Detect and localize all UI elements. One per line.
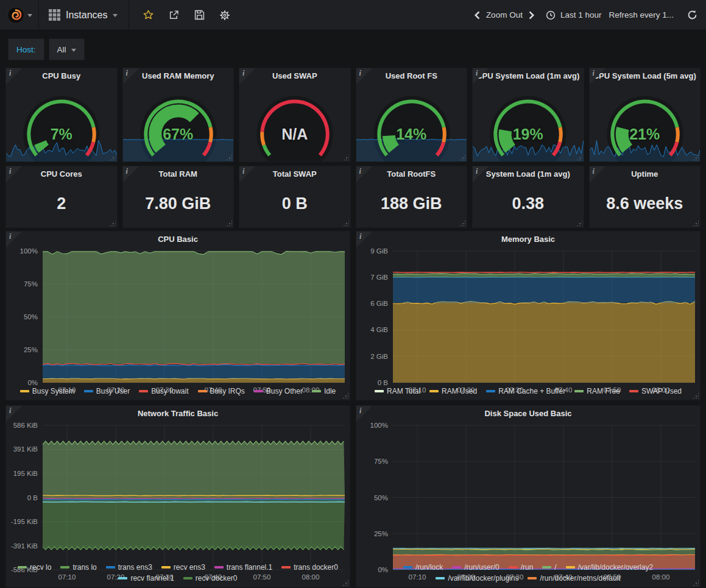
panel-title[interactable]: CPU Basic xyxy=(6,232,350,247)
panel-info-corner[interactable] xyxy=(356,68,372,84)
legend-item[interactable]: /var/lib/docker/plugins xyxy=(436,573,518,584)
legend-item[interactable]: /run/docker/netns/default xyxy=(528,573,620,584)
time-shift-back-button[interactable] xyxy=(473,10,481,20)
disk-space-chart[interactable]: 07:1007:2007:3007:4007:5008:00100%75%50%… xyxy=(356,421,700,561)
panel-title[interactable]: Network Traffic Basic xyxy=(6,406,350,421)
panel-title[interactable]: Used SWAP xyxy=(239,68,350,83)
panel-info-corner[interactable] xyxy=(6,406,22,422)
legend-item[interactable]: trans lo xyxy=(60,562,96,573)
panel-title[interactable]: CPU System Load (1m avg) xyxy=(473,68,584,83)
legend-item[interactable]: SWAP Used xyxy=(629,386,682,397)
panel-network-traffic: i Network Traffic Basic 07:1007:2007:300… xyxy=(6,406,350,587)
stat-value: 7.80 GiB xyxy=(123,194,234,213)
time-shift-forward-button[interactable] xyxy=(528,10,536,20)
memory-basic-chart[interactable]: 07:1007:2007:3007:4007:5008:009 GiB7 GiB… xyxy=(356,247,700,385)
legend-item[interactable]: RAM Total xyxy=(375,386,420,397)
legend-item[interactable]: /run/user/0 xyxy=(452,562,499,573)
legend-item[interactable]: Busy IRQs xyxy=(198,386,245,397)
gauge-row: i CPU Busy 7% i Used RAM Memory 67% i Us… xyxy=(6,68,700,161)
legend-item[interactable]: /var/lib/docker/overlay2 xyxy=(566,562,653,573)
panel-title[interactable]: Total SWAP xyxy=(239,166,350,182)
panel-title[interactable]: CPU Cores xyxy=(6,166,117,182)
legend-item[interactable]: Busy Iowait xyxy=(139,386,188,397)
legend-item[interactable]: trans docker0 xyxy=(281,562,338,573)
panel-resize-handle[interactable] xyxy=(343,220,349,226)
panel-info-corner[interactable] xyxy=(590,68,605,84)
legend-item[interactable]: recv flannel.1 xyxy=(118,573,174,584)
gauge-canvas xyxy=(239,83,350,161)
panel-used-rootfs: i Used Root FS 14% xyxy=(356,68,467,161)
stat-value: 0.38 xyxy=(473,194,584,213)
panel-info-corner[interactable] xyxy=(590,166,605,182)
legend-swatch-icon xyxy=(312,390,321,392)
panel-title[interactable]: Disk Space Used Basic xyxy=(356,406,700,421)
panel-title[interactable]: Total RAM xyxy=(123,166,234,182)
refresh-interval-picker[interactable]: Refresh every 1... xyxy=(609,10,674,19)
panel-title[interactable]: Used Root FS xyxy=(356,68,467,83)
legend-item[interactable]: Busy Other xyxy=(254,386,303,397)
panel-info-corner[interactable] xyxy=(473,68,489,84)
panel-info-corner[interactable] xyxy=(6,68,22,84)
panel-info-corner[interactable] xyxy=(473,166,489,182)
legend-item[interactable]: recv docker0 xyxy=(183,573,238,584)
refresh-button[interactable] xyxy=(687,10,697,20)
legend-item[interactable]: trans flannel.1 xyxy=(214,562,272,573)
panel-info-corner[interactable] xyxy=(356,232,372,247)
panel-info-corner[interactable] xyxy=(123,68,139,84)
share-button[interactable] xyxy=(164,6,183,24)
legend-item[interactable]: recv lo xyxy=(18,562,51,573)
panel-title[interactable]: System Load (1m avg) xyxy=(473,166,584,182)
svg-text:6 GiB: 6 GiB xyxy=(370,300,388,307)
legend-item[interactable]: Busy User xyxy=(84,386,130,397)
panel-title[interactable]: Used RAM Memory xyxy=(123,68,234,83)
panel-title[interactable]: CPU Busy xyxy=(6,68,117,83)
legend-label: Busy System xyxy=(32,386,75,397)
legend-item[interactable]: RAM Used xyxy=(429,386,477,397)
host-variable-select[interactable]: All xyxy=(49,38,85,60)
legend-item[interactable]: Busy System xyxy=(20,386,75,397)
panel-info-corner[interactable] xyxy=(356,166,372,182)
network-traffic-chart[interactable]: 07:1007:2007:3007:4007:5008:00586 KiB391… xyxy=(6,421,350,561)
chart-legend: /run/lock/run/user/0/run//var/lib/docker… xyxy=(356,561,700,587)
legend-swatch-icon xyxy=(20,390,29,392)
legend-swatch-icon xyxy=(84,390,93,392)
dashboard-picker[interactable]: Instances xyxy=(39,0,129,30)
panel-info-corner[interactable] xyxy=(6,232,22,247)
panel-resize-handle[interactable] xyxy=(576,220,582,226)
panel-info-corner[interactable] xyxy=(123,166,139,182)
legend-label: /run/user/0 xyxy=(464,562,499,573)
panel-info-corner[interactable] xyxy=(6,166,22,182)
panel-resize-handle[interactable] xyxy=(110,220,116,226)
panel-resize-handle[interactable] xyxy=(693,220,699,226)
cpu-basic-chart[interactable]: 07:1007:2007:3007:4007:5008:00100%75%50%… xyxy=(6,247,350,385)
legend-item[interactable]: RAM Free xyxy=(574,386,620,397)
panel-resize-handle[interactable] xyxy=(226,220,232,226)
gauge-canvas xyxy=(473,83,584,161)
time-range-picker[interactable]: Last 1 hour xyxy=(560,10,602,19)
legend-item[interactable]: /run xyxy=(509,562,534,573)
legend-item[interactable]: trans ens3 xyxy=(106,562,152,573)
star-button[interactable] xyxy=(139,6,157,24)
panel-title[interactable]: Uptime xyxy=(590,166,701,182)
legend-label: / xyxy=(554,562,556,573)
legend-item[interactable]: /run/lock xyxy=(403,562,443,573)
legend-item[interactable]: RAM Cache + Buffer xyxy=(486,386,565,397)
svg-text:4 GiB: 4 GiB xyxy=(370,326,388,333)
settings-button[interactable] xyxy=(216,6,234,24)
zoom-out-button[interactable]: Zoom Out xyxy=(486,10,523,19)
panel-title[interactable]: Memory Basic xyxy=(356,232,700,247)
grafana-menu-button[interactable] xyxy=(0,0,39,30)
panel-info-corner[interactable] xyxy=(239,68,255,84)
legend-label: /run/lock xyxy=(415,562,443,573)
legend-item[interactable]: recv ens3 xyxy=(161,562,205,573)
panel-title[interactable]: Total RootFS xyxy=(356,166,467,182)
save-button[interactable] xyxy=(190,6,208,24)
panel-title[interactable]: CPU System Load (5m avg) xyxy=(590,68,701,83)
panel-info-corner[interactable] xyxy=(356,406,372,422)
legend-item[interactable]: / xyxy=(542,562,556,573)
svg-text:25%: 25% xyxy=(24,346,38,353)
panel-resize-handle[interactable] xyxy=(459,220,465,226)
panel-info-corner[interactable] xyxy=(239,166,255,182)
legend-swatch-icon xyxy=(106,566,115,569)
legend-item[interactable]: Idle xyxy=(312,386,336,397)
